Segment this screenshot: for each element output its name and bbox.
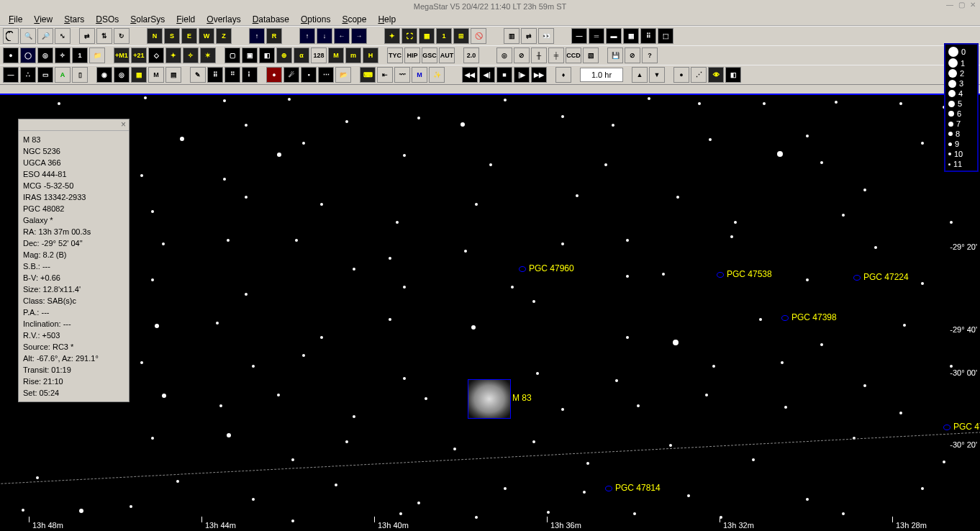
mag-row-1[interactable]: 1 (947, 58, 976, 68)
galaxy-label[interactable]: PGC 47 (953, 422, 980, 432)
mag-row-8[interactable]: 8 (947, 129, 976, 139)
save-button[interactable]: 💾 (607, 47, 623, 63)
galaxy-marker[interactable] (853, 275, 861, 281)
back-button[interactable] (3, 28, 19, 44)
target-button[interactable]: ⊕ (276, 47, 292, 63)
reset-button[interactable]: R (266, 28, 282, 44)
info-close-button[interactable]: × (121, 119, 126, 130)
trail2-button[interactable]: ⋰ (691, 67, 707, 83)
cap-m-button[interactable]: M (328, 47, 344, 63)
east-button[interactable]: E (181, 28, 197, 44)
galaxy-marker[interactable] (717, 272, 724, 278)
time-dn-button[interactable]: ▼ (649, 67, 665, 83)
star2-button[interactable]: ✧ (183, 47, 199, 63)
center-star-button[interactable]: ✦ (384, 28, 400, 44)
fov-dots-button[interactable]: ⠿ (640, 28, 656, 44)
rewind-button[interactable]: ◀◀ (462, 67, 478, 83)
north-button[interactable]: N (147, 28, 163, 44)
galaxy-marker[interactable] (519, 266, 526, 272)
tyc-button[interactable]: TYC (387, 47, 403, 63)
next-button[interactable]: |▶ (514, 67, 530, 83)
diamond-button[interactable]: ◇ (148, 47, 164, 63)
mag-row-6[interactable]: 6 (947, 109, 976, 119)
scale1-button[interactable]: 1 (436, 28, 452, 44)
mag-row-5[interactable]: 5 (947, 99, 976, 109)
menu-file[interactable]: File (3, 14, 28, 25)
menu-stars[interactable]: Stars (58, 14, 90, 25)
sat-button[interactable]: ▪ (301, 67, 317, 83)
pan-right-button[interactable]: → (351, 28, 367, 44)
folder-button[interactable]: 📁 (89, 47, 105, 63)
menu-help[interactable]: Help (372, 14, 401, 25)
hip-button[interactable]: HIP (404, 47, 420, 63)
magnitude-legend[interactable]: 01234567891011 (944, 43, 979, 172)
ruler3-button[interactable]: ⇤ (377, 67, 393, 83)
prev-button[interactable]: ◀| (479, 67, 495, 83)
m83-thumbnail[interactable] (468, 379, 511, 419)
minimize-button[interactable]: — (945, 1, 954, 9)
end-button[interactable]: ◧ (725, 67, 741, 83)
menu-options[interactable]: Options (295, 14, 336, 25)
comet-button[interactable]: ☄ (283, 67, 299, 83)
gsc-button[interactable]: GSC (422, 47, 437, 63)
west-button[interactable]: W (199, 28, 214, 44)
menu-scope[interactable]: Scope (336, 14, 372, 25)
mag-row-2[interactable]: 2 (947, 68, 976, 78)
nosave-button[interactable]: ⊘ (625, 47, 640, 63)
rotate-button[interactable]: ↻ (114, 28, 130, 44)
up-arrow-button[interactable]: ↑ (249, 28, 265, 44)
menu-field[interactable]: Field (171, 14, 201, 25)
pan-left-button[interactable]: ← (334, 28, 350, 44)
obj-filled-button[interactable]: ● (3, 47, 19, 63)
galaxy-marker[interactable] (781, 315, 789, 321)
ruler1-button[interactable]: ╫ (531, 47, 547, 63)
galaxy-label[interactable]: PGC 47814 (615, 483, 661, 493)
mag-row-7[interactable]: 7 (947, 119, 976, 129)
mag-row-11[interactable]: 11 (947, 159, 976, 169)
mag-row-0[interactable]: 0 (947, 46, 976, 58)
ccd-button[interactable]: CCD (566, 47, 581, 63)
low-m-button[interactable]: m (345, 47, 361, 63)
fov-blank-button[interactable]: ⬚ (658, 28, 673, 44)
fliph-button[interactable]: ⇄ (79, 28, 95, 44)
south-button[interactable]: S (164, 28, 180, 44)
box2-button[interactable]: ▣ (242, 47, 258, 63)
line1-button[interactable]: — (3, 67, 19, 83)
menu-view[interactable]: View (28, 14, 58, 25)
eye-button[interactable]: 👁 (708, 67, 724, 83)
galaxy-marker[interactable] (943, 425, 950, 430)
time-step-field[interactable]: 1.0 hr (580, 68, 623, 82)
alpha-button[interactable]: α (294, 47, 309, 63)
alt-button[interactable]: A (55, 67, 71, 83)
mag-row-3[interactable]: 3 (947, 78, 976, 88)
layout-button[interactable]: ▥ (504, 28, 520, 44)
star3-button[interactable]: ✶ (200, 47, 216, 63)
dots3-button[interactable]: ⠇ (242, 67, 258, 83)
info-panel-header[interactable]: × (19, 119, 129, 131)
chip-button[interactable]: ▧ (583, 47, 599, 63)
red-button[interactable]: ● (266, 67, 282, 83)
zoomin-button[interactable]: 🔍 (20, 28, 36, 44)
fov2-button[interactable]: ═ (589, 28, 604, 44)
time-up-button[interactable]: ▲ (632, 67, 648, 83)
sky-chart[interactable]: PGC 47960PGC 47538PGC 47224PGC 47398M 83… (0, 94, 980, 531)
binoculars-button[interactable]: 👀 (538, 28, 554, 44)
zoomout-button[interactable]: 🔎 (37, 28, 53, 44)
obj-star-button[interactable]: ✧ (55, 47, 71, 63)
galaxy-label[interactable]: M 83 (512, 393, 532, 403)
mag-row-9[interactable]: 9 (947, 139, 976, 149)
galaxy-label[interactable]: PGC 47224 (863, 272, 909, 282)
mag-row-10[interactable]: 10 (947, 149, 976, 159)
mag-row-4[interactable]: 4 (947, 88, 976, 99)
galaxy-marker[interactable] (605, 486, 612, 491)
star1-button[interactable]: ✦ (165, 47, 181, 63)
m2-button[interactable]: M (412, 67, 427, 83)
128-button[interactable]: 128 (311, 47, 327, 63)
pen-button[interactable]: ✎ (190, 67, 206, 83)
obj-one-button[interactable]: 1 (72, 47, 88, 63)
menu-database[interactable]: Database (247, 14, 295, 25)
nosmoking-button[interactable]: 🚫 (471, 28, 486, 44)
m1-button[interactable]: +M1 (114, 47, 130, 63)
helpq-button[interactable]: ? (642, 47, 658, 63)
aut-button[interactable]: AUT (439, 47, 455, 63)
